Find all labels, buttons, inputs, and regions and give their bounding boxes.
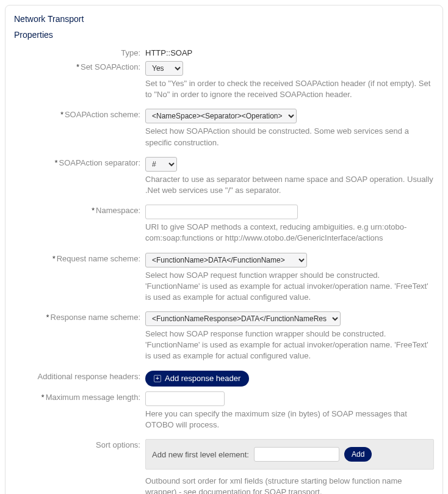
max-length-input[interactable] — [145, 391, 225, 406]
help-response-name-scheme: Select how SOAP response function wrappe… — [145, 329, 434, 362]
panel-title: Network Transport — [14, 14, 434, 24]
row-soapaction-separator: *SOAPAction separator: # Character to us… — [14, 156, 434, 201]
plus-icon: + — [154, 375, 161, 382]
row-soapaction-scheme: *SOAPAction scheme: <NameSpace><Separato… — [14, 107, 434, 153]
sort-add-button[interactable]: Add — [344, 447, 372, 462]
sort-element-input[interactable] — [254, 447, 339, 462]
label-sort-options: Sort options: — [14, 438, 145, 449]
namespace-input[interactable] — [145, 205, 298, 219]
soapaction-scheme-select[interactable]: <NameSpace><Separator><Operation> — [145, 109, 297, 123]
label-type: Type: — [14, 46, 145, 57]
label-soapaction-separator: SOAPAction separator: — [59, 158, 140, 167]
row-additional-headers: Additional response headers: + Add respo… — [14, 369, 434, 387]
request-name-scheme-select[interactable]: <FunctionName>DATA</FunctionName> — [145, 253, 307, 267]
row-max-length: *Maximum message length: Here you can sp… — [14, 390, 434, 435]
help-soapaction-scheme: Select how SOAPAction should be construc… — [145, 126, 434, 148]
help-request-name-scheme: Select how SOAP request function wrapper… — [145, 270, 434, 303]
soapaction-separator-select[interactable]: # — [145, 157, 177, 172]
label-response-name-scheme: Response name scheme: — [51, 313, 140, 322]
response-name-scheme-select[interactable]: <FunctionNameResponse>DATA</FunctionName… — [145, 311, 341, 326]
label-request-name-scheme: Request name scheme: — [57, 254, 140, 263]
help-set-soapaction: Set to "Yes" in order to check the recei… — [145, 78, 434, 100]
label-soapaction-scheme: SOAPAction scheme: — [65, 110, 140, 119]
network-transport-panel: Network Transport Properties Type: HTTP:… — [5, 5, 443, 494]
label-additional-headers: Additional response headers: — [14, 369, 145, 381]
value-type: HTTP::SOAP — [145, 46, 434, 57]
row-sort-options: Sort options: Add new first level elemen… — [14, 438, 434, 494]
set-soapaction-select[interactable]: Yes — [145, 61, 183, 76]
label-max-length: Maximum message length: — [46, 393, 140, 402]
properties-title: Properties — [14, 30, 434, 40]
row-set-soapaction: *Set SOAPAction: Yes Set to "Yes" in ord… — [14, 60, 434, 105]
sort-options-box: Add new first level element: Add — [145, 439, 434, 470]
help-max-length: Here you can specify the maximum size (i… — [145, 409, 434, 430]
help-namespace: URI to give SOAP methods a context, redu… — [145, 222, 434, 244]
label-set-soapaction: Set SOAPAction: — [81, 62, 140, 71]
label-namespace: Namespace: — [96, 206, 140, 215]
row-response-name-scheme: *Response name scheme: <FunctionNameResp… — [14, 310, 434, 367]
help-sort-options: Outbound sort order for xml fields (stru… — [145, 476, 434, 494]
row-namespace: *Namespace: URI to give SOAP methods a c… — [14, 203, 434, 249]
help-soapaction-separator: Character to use as separator between na… — [145, 174, 434, 196]
row-type: Type: HTTP::SOAP — [14, 46, 434, 57]
sort-inner-label: Add new first level element: — [152, 450, 249, 459]
add-response-header-button[interactable]: + Add response header — [145, 371, 249, 387]
row-request-name-scheme: *Request name scheme: <FunctionName>DATA… — [14, 252, 434, 308]
